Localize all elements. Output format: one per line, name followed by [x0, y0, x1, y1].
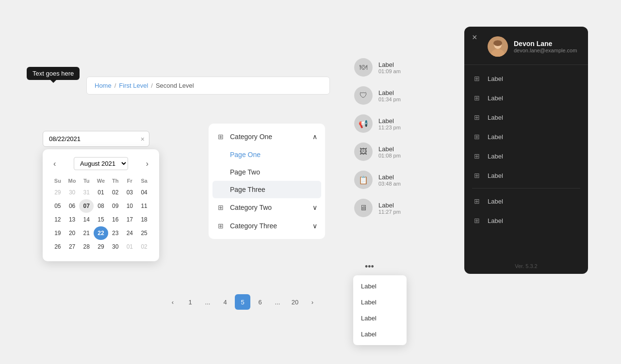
calendar-day[interactable]: 27 — [65, 240, 80, 253]
dropdown-menu-item[interactable]: Label — [353, 294, 407, 310]
dark-panel-divider — [472, 188, 580, 189]
dark-panel-item[interactable]: ⊞ Label — [464, 127, 588, 146]
calendar-day[interactable]: 20 — [65, 226, 80, 240]
calendar-day[interactable]: 02 — [108, 186, 123, 199]
calendar-day[interactable]: 28 — [79, 240, 94, 253]
calendar-day-header: Sa — [137, 176, 151, 186]
activity-item: 📋 Label 03:48 am — [354, 166, 432, 194]
pagination-page-button[interactable]: 20 — [287, 294, 303, 310]
dark-panel-item[interactable]: ⊞ Label — [464, 146, 588, 166]
breadcrumb-first-level[interactable]: First Level — [119, 82, 148, 89]
calendar-day[interactable]: 21 — [79, 226, 94, 240]
nav-page-item[interactable]: Page One — [209, 146, 325, 163]
calendar-day[interactable]: 22 — [94, 226, 108, 240]
activity-label: Label — [378, 174, 401, 181]
dropdown-menu-item[interactable]: Label — [353, 310, 407, 326]
nav-category-icon: ⊞ — [216, 222, 225, 230]
pagination-page-button[interactable]: 6 — [252, 294, 268, 310]
calendar-day[interactable]: 19 — [50, 226, 65, 240]
dark-panel-item[interactable]: ⊞ Label — [464, 211, 588, 230]
calendar-day[interactable]: 02 — [137, 240, 151, 253]
side-navigation: ⊞ Category One ∧ Page OnePage TwoPage Th… — [209, 124, 325, 239]
calendar-month-select[interactable]: August 2021 — [74, 157, 128, 170]
calendar-day[interactable]: 29 — [94, 240, 108, 253]
dark-item-label: Label — [488, 75, 503, 82]
dark-panel-item[interactable]: ⊞ Label — [464, 191, 588, 211]
nav-category-item[interactable]: ⊞ Category Two ∨ — [209, 198, 325, 217]
calendar-day[interactable]: 14 — [79, 213, 94, 226]
dark-panel-header: Devon Lane devon.lane@example.com — [464, 27, 588, 65]
dark-panel-version: Ver. 5.3.2 — [464, 258, 588, 274]
pagination-next-button[interactable]: › — [305, 294, 320, 310]
date-input[interactable] — [43, 131, 149, 147]
pagination-page-button[interactable]: 1 — [182, 294, 198, 310]
user-name: Devon Lane — [514, 40, 577, 47]
dark-panel-item[interactable]: ⊞ Label — [464, 69, 588, 88]
dark-item-icon: ⊞ — [472, 196, 482, 206]
calendar-day[interactable]: 05 — [50, 199, 65, 213]
calendar-day[interactable]: 06 — [65, 199, 80, 213]
dark-item-icon: ⊞ — [472, 93, 482, 103]
dark-panel-item[interactable]: ⊞ Label — [464, 88, 588, 108]
calendar-day[interactable]: 26 — [50, 240, 65, 253]
calendar-prev-button[interactable]: ‹ — [50, 158, 59, 169]
calendar-day[interactable]: 25 — [137, 226, 151, 240]
calendar-day[interactable]: 24 — [123, 226, 137, 240]
activity-item: 🛡 Label 01:34 pm — [354, 81, 432, 110]
calendar-day[interactable]: 08 — [94, 199, 108, 213]
dropdown-menu-item[interactable]: Label — [353, 326, 407, 342]
dark-panel-items: ⊞ Label ⊞ Label ⊞ Label ⊞ Label ⊞ Label … — [464, 65, 588, 258]
pagination-ellipsis: ... — [200, 294, 215, 310]
pagination-page-button[interactable]: 4 — [217, 294, 233, 310]
dropdown-menu-item[interactable]: Label — [353, 278, 407, 294]
dark-panel-item[interactable]: ⊞ Label — [464, 108, 588, 127]
calendar-day[interactable]: 13 — [65, 213, 80, 226]
activity-item: 🖥 Label 11:27 pm — [354, 194, 432, 222]
calendar-grid: SuMoTuWeThFrSa 2930310102030405060708091… — [50, 176, 151, 253]
calendar-day[interactable]: 29 — [50, 186, 65, 199]
calendar-day[interactable]: 11 — [137, 199, 151, 213]
nav-page-item[interactable]: Page Two — [209, 163, 325, 181]
calendar-day-header: Mo — [65, 176, 80, 186]
calendar-next-button[interactable]: › — [143, 158, 151, 169]
calendar-day[interactable]: 12 — [50, 213, 65, 226]
calendar-day[interactable]: 01 — [123, 240, 137, 253]
activity-item: 📢 Label 11:23 pm — [354, 110, 432, 138]
pagination-ellipsis: ... — [270, 294, 285, 310]
pagination-prev-button[interactable]: ‹ — [165, 294, 180, 310]
clear-date-button[interactable]: × — [141, 135, 145, 143]
dark-item-label: Label — [488, 198, 503, 205]
calendar-day[interactable]: 16 — [108, 213, 123, 226]
calendar-day[interactable]: 01 — [94, 186, 108, 199]
calendar-day[interactable]: 09 — [108, 199, 123, 213]
dots-menu-button[interactable]: ••• — [365, 262, 374, 272]
nav-category-label: Category Two — [230, 204, 272, 211]
nav-category-icon: ⊞ — [216, 203, 225, 212]
dark-panel-item[interactable]: ⊞ Label — [464, 166, 588, 185]
nav-category-item[interactable]: ⊞ Category Three ∨ — [209, 217, 325, 235]
dark-item-icon: ⊞ — [472, 171, 482, 180]
calendar-day[interactable]: 04 — [137, 186, 151, 199]
calendar-day[interactable]: 10 — [123, 199, 137, 213]
calendar-day[interactable]: 17 — [123, 213, 137, 226]
dark-panel-close-button[interactable]: × — [472, 32, 477, 43]
breadcrumb-second-level: Second Level — [156, 82, 194, 89]
dropdown-popup: LabelLabelLabelLabel — [353, 275, 407, 345]
nav-page-item[interactable]: Page Three — [212, 181, 321, 198]
calendar-day[interactable]: 07 — [79, 199, 94, 213]
activity-label: Label — [378, 89, 401, 96]
calendar-day[interactable]: 30 — [65, 186, 80, 199]
activity-icon: 📋 — [354, 171, 373, 189]
calendar-day[interactable]: 31 — [79, 186, 94, 199]
calendar-day[interactable]: 23 — [108, 226, 123, 240]
calendar-day[interactable]: 15 — [94, 213, 108, 226]
calendar-day-header: We — [94, 176, 108, 186]
calendar-day[interactable]: 30 — [108, 240, 123, 253]
nav-category-item[interactable]: ⊞ Category One ∧ — [209, 127, 325, 146]
calendar-day[interactable]: 18 — [137, 213, 151, 226]
calendar-day[interactable]: 03 — [123, 186, 137, 199]
breadcrumb: Home / First Level / Second Level — [86, 77, 330, 95]
pagination-page-button[interactable]: 5 — [235, 294, 250, 310]
breadcrumb-home[interactable]: Home — [95, 82, 112, 89]
dark-item-icon: ⊞ — [472, 216, 482, 225]
